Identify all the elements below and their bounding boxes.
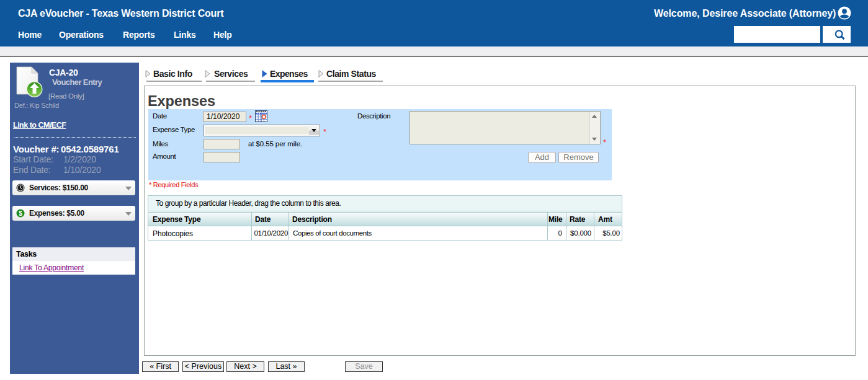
svg-text:$: $ — [19, 210, 22, 217]
